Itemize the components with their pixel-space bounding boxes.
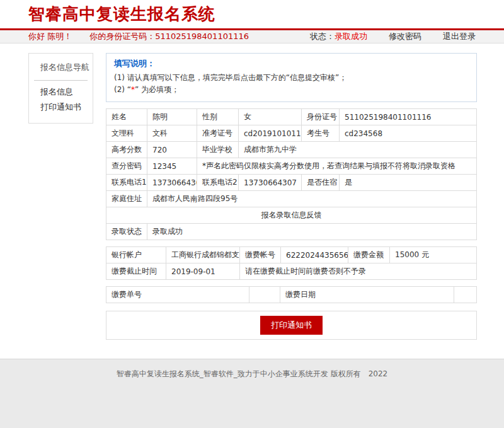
score-label: 高考分数	[106, 142, 147, 158]
id-number-text: 你的身份证号码：511025198401101116	[89, 31, 249, 42]
admission-status-value: 录取成功	[147, 224, 477, 240]
table-row: 报名录取信息反馈	[106, 207, 477, 224]
feedback-section-header: 报名录取信息反馈	[106, 207, 477, 224]
table-row: 文理科 文科 准考证号 cd20191010115 考生号 cd234568	[106, 125, 477, 142]
name-value: 陈明	[147, 109, 197, 125]
change-password-link[interactable]: 修改密码	[389, 31, 421, 42]
payment-record-table: 缴费单号 缴费日期	[106, 286, 477, 303]
query-pwd-value: 12345	[147, 158, 197, 175]
boarding-label: 是否住宿	[302, 175, 340, 191]
main-panel: 填写说明： (1) 请认真填写以下信息，填完完毕后点击最下方的“信息提交审核”；…	[106, 53, 477, 340]
bank-value: 工商银行成都锦都支行	[166, 247, 240, 263]
id-value: 511025198401101116	[340, 109, 477, 125]
table-row: 查分密码 12345 *声名此密码仅限核实高考分数使用，若查询结果与填报不符将取…	[106, 158, 477, 175]
phone1-label: 联系电话1	[106, 175, 147, 191]
deadline-value: 2019-09-01	[166, 263, 240, 280]
table-row: 缴费单号 缴费日期	[106, 287, 477, 303]
instructions-title: 填写说明：	[114, 58, 469, 69]
table-row: 录取状态 录取成功	[106, 224, 477, 240]
score-value: 720	[147, 142, 197, 158]
query-pwd-note: *声名此密码仅限核实高考分数使用，若查询结果与填报不符将取消录取资格	[197, 158, 477, 175]
print-notice-button[interactable]: 打印通知书	[260, 316, 323, 335]
logout-link[interactable]: 退出登录	[443, 31, 476, 42]
school-value: 成都市第九中学	[239, 142, 477, 158]
payment-info-table: 银行帐户 工商银行成都锦都支行 缴费帐号 622202443565683 缴费金…	[106, 246, 477, 280]
table-row: 银行帐户 工商银行成都锦都支行 缴费帐号 622202443565683 缴费金…	[106, 247, 477, 263]
deadline-label: 缴费截止时间	[106, 263, 166, 280]
candidate-no-value: cd234568	[340, 125, 477, 142]
table-row: 家庭住址 成都市人民南路四段95号	[106, 191, 477, 207]
school-label: 毕业学校	[197, 142, 239, 158]
instructions-box: 填写说明： (1) 请认真填写以下信息，填完完毕后点击最下方的“信息提交审核”；…	[106, 53, 477, 102]
greeting-text: 你好 陈明！	[28, 31, 72, 42]
footer: 智睿高中复读生报名系统_智睿软件_致力于中小企事业系统开发 版权所有 2022	[0, 359, 504, 428]
sidebar-item-registration-info[interactable]: 报名信息	[40, 86, 93, 98]
instructions-line-1: (1) 请认真填写以下信息，填完完毕后点击最下方的“信息提交审核”；	[114, 72, 469, 84]
exam-no-label: 准考证号	[197, 125, 239, 142]
pay-date-label: 缴费日期	[280, 287, 454, 303]
bank-label: 银行帐户	[106, 247, 166, 263]
exam-no-value: cd20191010115	[239, 125, 302, 142]
phone2-label: 联系电话2	[197, 175, 239, 191]
table-row: 缴费截止时间 2019-09-01 请在缴费截止时间前缴费否则不予录	[106, 263, 477, 280]
track-value: 文科	[147, 125, 197, 142]
status-badge: 录取成功	[335, 31, 367, 42]
candidate-no-label: 考生号	[302, 125, 340, 142]
gender-label: 性别	[197, 109, 239, 125]
sidebar-title: 报名信息导航	[40, 62, 93, 73]
copyright-text: 智睿高中复读生报名系统_智睿软件_致力于中小企事业系统开发 版权所有 2022	[0, 369, 504, 379]
track-label: 文理科	[106, 125, 147, 142]
table-row: 姓名 陈明 性别 女 身份证号 511025198401101116	[106, 109, 477, 125]
content-area: 报名信息导航 报名信息 打印通知书 填写说明： (1) 请认真填写以下信息，填完…	[0, 43, 504, 340]
status-label: 状态：	[310, 31, 335, 42]
sidebar-divider	[34, 80, 88, 81]
instructions-line-2: (2) “*” 为必填项；	[114, 84, 469, 96]
gender-value: 女	[239, 109, 302, 125]
amount-label: 缴费金额	[348, 247, 390, 263]
sidebar: 报名信息导航 报名信息 打印通知书	[28, 53, 93, 124]
address-label: 家庭住址	[106, 191, 147, 207]
amount-value: 15000 元	[390, 247, 477, 263]
table-row: 高考分数 720 毕业学校 成都市第九中学	[106, 142, 477, 158]
sidebar-item-print-notice[interactable]: 打印通知书	[40, 101, 93, 113]
account-value: 622202443565683	[281, 247, 348, 263]
registration-info-table: 姓名 陈明 性别 女 身份证号 511025198401101116 文理科 文…	[106, 108, 477, 240]
table-row: 联系电话1 13730664309 联系电话2 13730664307 是否住宿…	[106, 175, 477, 191]
boarding-value: 是	[340, 175, 477, 191]
deadline-note: 请在缴费截止时间前缴费否则不予录	[240, 263, 477, 280]
account-label: 缴费帐号	[240, 247, 281, 263]
phone2-value: 13730664307	[239, 175, 302, 191]
admission-status-label: 录取状态	[106, 224, 147, 240]
address-value: 成都市人民南路四段95号	[147, 191, 477, 207]
phone1-value: 13730664309	[147, 175, 197, 191]
pay-date-value	[454, 287, 477, 303]
order-no-value	[249, 287, 280, 303]
app-header: 智睿高中复读生报名系统	[0, 0, 504, 28]
order-no-label: 缴费单号	[106, 287, 249, 303]
id-label: 身份证号	[302, 109, 340, 125]
print-notice-box: 打印通知书	[106, 311, 477, 340]
query-pwd-label: 查分密码	[106, 158, 147, 175]
app-title: 智睿高中复读生报名系统	[28, 3, 215, 25]
name-label: 姓名	[106, 109, 147, 125]
user-bar: 你好 陈明！ 你的身份证号码：511025198401101116 状态： 录取…	[0, 30, 504, 44]
